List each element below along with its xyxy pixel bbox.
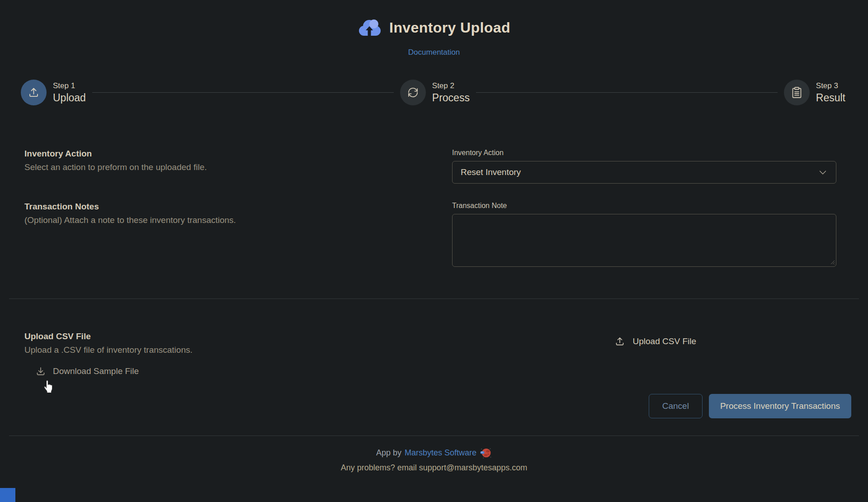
sync-icon (400, 80, 426, 105)
upload-csv-button[interactable]: Upload CSV File (614, 336, 696, 347)
inventory-action-field: Inventory Action Reset Inventory (452, 149, 836, 184)
step-process: Step 2 Process (400, 80, 470, 105)
clipboard-icon (784, 80, 810, 105)
inventory-action-select[interactable]: Reset Inventory (452, 161, 836, 184)
stepper-connector (92, 92, 394, 93)
step-label: Step 2 (432, 81, 470, 90)
section-description: (Optional) Attach a note to these invent… (24, 215, 452, 225)
cancel-button[interactable]: Cancel (649, 394, 703, 418)
upload-csv-button-label: Upload CSV File (633, 336, 696, 346)
step-name: Process (432, 92, 470, 104)
page-footer: App by Marsbytes Software Any problems? … (0, 447, 868, 473)
resize-handle-icon[interactable] (830, 259, 835, 265)
download-sample-label: Download Sample File (53, 366, 139, 376)
upload-csv-section: Upload CSV File Upload a .CSV file of in… (0, 299, 868, 377)
section-description: Select an action to preform on the uploa… (24, 162, 452, 172)
selected-option: Reset Inventory (461, 167, 521, 177)
upload-icon (21, 80, 47, 105)
corner-blue-badge (0, 488, 15, 502)
app-by-text: App by (376, 448, 401, 458)
upload-csv-info: Upload CSV File Upload a .CSV file of in… (24, 332, 193, 377)
page-title: Inventory Upload (389, 19, 510, 36)
download-icon (35, 366, 46, 377)
step-upload: Step 1 Upload (21, 80, 86, 105)
form-actions: Cancel Process Inventory Transactions (0, 394, 868, 418)
section-heading: Transaction Notes (24, 202, 452, 212)
inventory-action-info: Inventory Action Select an action to pre… (24, 149, 452, 184)
section-heading: Upload CSV File (24, 332, 193, 341)
marsbytes-software-link[interactable]: Marsbytes Software (405, 448, 476, 458)
transaction-note-field: Transaction Note (452, 202, 836, 267)
step-label: Step 3 (816, 81, 845, 90)
documentation-link[interactable]: Documentation (408, 48, 460, 57)
step-label: Step 1 (53, 81, 86, 90)
inventory-action-label: Inventory Action (452, 149, 836, 157)
step-name: Result (816, 92, 845, 104)
mars-planet-icon (480, 447, 492, 459)
chevron-down-icon (818, 167, 828, 177)
transaction-note-label: Transaction Note (452, 202, 836, 210)
stepper: Step 1 Upload Step 2 Process Step 3 Res (21, 80, 845, 105)
hand-cursor (43, 379, 54, 394)
section-heading: Inventory Action (24, 149, 452, 159)
support-text: Any problems? email support@marsbytesapp… (0, 463, 868, 473)
process-inventory-transactions-button[interactable]: Process Inventory Transactions (709, 394, 851, 418)
transaction-notes-info: Transaction Notes (Optional) Attach a no… (24, 202, 452, 267)
footer-divider (9, 436, 859, 436)
transaction-note-textarea[interactable] (452, 214, 836, 267)
section-description: Upload a .CSV file of inventory transcat… (24, 345, 193, 355)
step-name: Upload (53, 92, 86, 104)
download-sample-link[interactable]: Download Sample File (35, 366, 193, 377)
step-result: Step 3 Result (784, 80, 845, 105)
page-header: Inventory Upload Documentation (0, 0, 868, 57)
upload-icon (614, 336, 625, 347)
upload-form: Inventory Action Select an action to pre… (0, 149, 868, 267)
stepper-connector (476, 92, 778, 93)
cloud-upload-icon (358, 18, 381, 37)
